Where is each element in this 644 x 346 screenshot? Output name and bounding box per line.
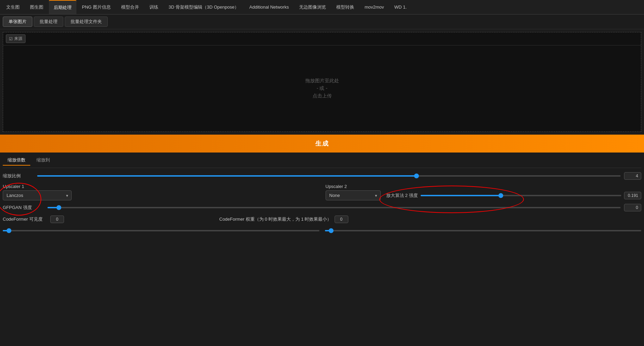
cf-vis-thumb[interactable] — [7, 228, 11, 233]
nav-tab-mov2mov[interactable]: mov2mov — [360, 0, 389, 14]
upscaler2-col: Upscaler 2 None ▼ 放大算法 2 强度 — [326, 184, 642, 200]
nav-tab-wubian[interactable]: 无边图像浏览 — [294, 0, 331, 14]
strength-label: 放大算法 2 强度 — [386, 192, 418, 199]
upscaler1-label: Upscaler 1 — [3, 184, 322, 189]
nav-tab-xunlian[interactable]: 训练 — [145, 0, 163, 14]
upscaler2-label: Upscaler 2 — [326, 184, 642, 189]
gfpgan-thumb[interactable] — [56, 205, 61, 210]
cf-wt-track — [325, 230, 642, 231]
upload-header: ☑ 来源 — [3, 32, 641, 45]
nav-tab-houch[interactable]: 后期处理 — [49, 0, 76, 14]
scale-ratio-row: 缩放比例 4 — [3, 172, 641, 180]
checkbox-icon: ☑ — [9, 36, 13, 41]
scale-fill — [37, 175, 416, 177]
scale-value[interactable]: 4 — [624, 172, 641, 180]
codeformer-row: CodeFormer 可见度 0 CodeFormer 权重（为 0 时效果最大… — [3, 216, 641, 223]
codeformer-weight-slider[interactable] — [325, 227, 642, 234]
scale-thumb[interactable] — [414, 174, 419, 178]
settings-section: 缩放倍数 缩放到 缩放比例 4 Upscaler 1 Lanczos — [0, 153, 644, 241]
upscaler1-col: Upscaler 1 Lanczos ▼ — [3, 184, 322, 200]
strength-track — [421, 195, 621, 196]
sub-tab-batch[interactable]: 批量处理 — [34, 17, 63, 27]
gfpgan-value[interactable]: 0 — [624, 204, 641, 211]
codeformer-weight-label: CodeFormer 权重（为 0 时效果最大，为 1 时效果最小） — [219, 216, 332, 222]
codeformer-visibility-slider[interactable] — [3, 227, 319, 234]
codeformer-weight-group: CodeFormer 权重（为 0 时效果最大，为 1 时效果最小） 0 — [219, 216, 641, 223]
drag-text: 拖放图片至此处 — [305, 78, 339, 84]
upload-body[interactable]: 拖放图片至此处 - 或 - 点击上传 — [3, 45, 641, 132]
sub-tab-single[interactable]: 单张图片 — [3, 17, 32, 27]
codeformer-weight-value[interactable]: 0 — [335, 216, 348, 223]
top-nav: 文生图 图生图 后期处理 PNG 图片信息 模型合并 训练 3D 骨架模型编辑（… — [0, 0, 644, 14]
codeformer-sliders — [3, 227, 641, 234]
upscaler2-select-wrapper: None ▼ — [326, 190, 381, 200]
scale-tab-to[interactable]: 缩放到 — [32, 155, 55, 166]
nav-tab-tush[interactable]: 图生图 — [25, 0, 48, 14]
nav-tab-png[interactable]: PNG 图片信息 — [77, 0, 116, 14]
sub-tab-batchfolder[interactable]: 批量处理文件夹 — [65, 17, 108, 27]
gfpgan-row: GFPGAN 强度 0 — [3, 204, 641, 211]
gfpgan-slider[interactable] — [47, 204, 621, 211]
or-text: - 或 - — [317, 85, 327, 92]
strength-thumb[interactable] — [498, 193, 503, 198]
nav-tab-moxzh[interactable]: 模型转换 — [331, 0, 359, 14]
upscaler2-select[interactable]: None — [326, 190, 381, 200]
cf-wt-thumb[interactable] — [329, 228, 334, 233]
scale-ratio-label: 缩放比例 — [3, 173, 34, 179]
scale-ratio-slider[interactable] — [37, 172, 621, 179]
gfpgan-track — [47, 207, 621, 208]
source-button[interactable]: ☑ 来源 — [6, 34, 25, 43]
generate-button[interactable]: 生成 — [0, 135, 644, 153]
sub-tabs: 单张图片 批量处理 批量处理文件夹 — [0, 14, 644, 29]
nav-tab-addnet[interactable]: Additional Networks — [244, 0, 294, 14]
upload-area[interactable]: ☑ 来源 拖放图片至此处 - 或 - 点击上传 — [3, 32, 641, 132]
codeformer-visibility-value[interactable]: 0 — [50, 216, 64, 223]
nav-tab-wd[interactable]: WD 1. — [390, 0, 412, 14]
strength-fill — [421, 195, 501, 196]
gfpgan-label: GFPGAN 强度 — [3, 205, 44, 211]
source-label: 来源 — [14, 36, 22, 42]
strength-slider[interactable] — [421, 192, 621, 199]
upscalers-row: Upscaler 1 Lanczos ▼ Upscaler 2 — [3, 184, 641, 200]
codeformer-visibility-label: CodeFormer 可见度 — [3, 216, 47, 222]
strength-value[interactable]: 0.191 — [624, 192, 641, 199]
upscaler1-select-wrapper: Lanczos ▼ — [3, 190, 72, 200]
scale-tabs: 缩放倍数 缩放到 — [3, 155, 641, 168]
scale-tab-multiplier[interactable]: 缩放倍数 — [3, 155, 30, 166]
strength-wrapper: 放大算法 2 强度 0.191 — [386, 192, 642, 199]
scale-track — [37, 175, 621, 177]
cf-vis-track — [3, 230, 319, 231]
upscaler1-select[interactable]: Lanczos — [3, 190, 72, 200]
nav-tab-wensh[interactable]: 文生图 — [1, 0, 24, 14]
nav-tab-3d[interactable]: 3D 骨架模型编辑（3D Openpose） — [164, 0, 244, 14]
nav-tab-moxing[interactable]: 模型合并 — [116, 0, 144, 14]
codeformer-visibility-group: CodeFormer 可见度 0 — [3, 216, 214, 223]
click-text: 点击上传 — [313, 93, 332, 99]
